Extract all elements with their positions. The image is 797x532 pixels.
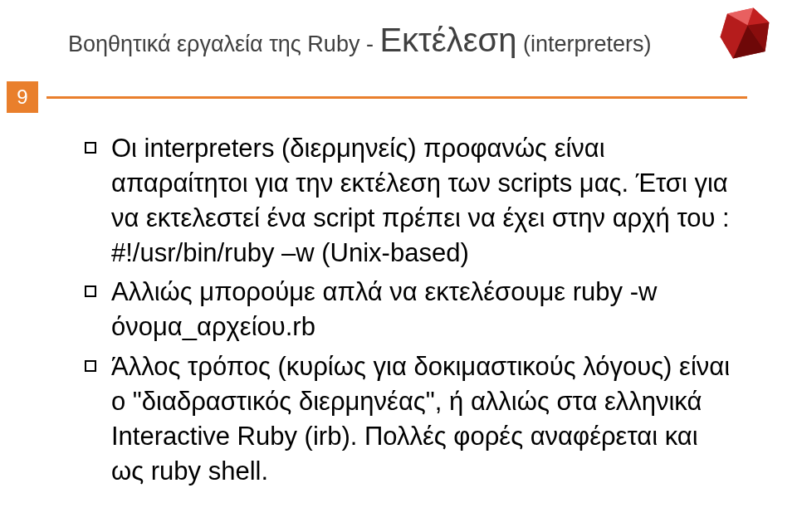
- body: Οι interpreters (διερμηνείς) προφανώς εί…: [85, 131, 737, 488]
- ruby-logo-icon: [716, 5, 774, 63]
- bullet-icon: [85, 360, 96, 372]
- list-item: Οι interpreters (διερμηνείς) προφανώς εί…: [85, 131, 737, 270]
- divider-line: [46, 96, 747, 99]
- list-item: Αλλιώς μπορούμε απλά να εκτελέσουμε ruby…: [85, 275, 737, 344]
- bullet-text: Αλλιώς μπορούμε απλά να εκτελέσουμε ruby…: [111, 275, 737, 344]
- divider-row: 9: [50, 81, 747, 113]
- slide-title: Βοηθητικά εργαλεία της Ruby - Εκτέλεση (…: [68, 20, 652, 60]
- title-suffix: (interpreters): [516, 32, 651, 56]
- bullet-icon: [85, 142, 96, 154]
- bullet-text: Άλλος τρόπος (κυρίως για δοκιμαστικούς λ…: [111, 349, 737, 488]
- title-prefix: Βοηθητικά εργαλεία της Ruby -: [68, 32, 379, 56]
- title-row: Βοηθητικά εργαλεία της Ruby - Εκτέλεση (…: [68, 20, 747, 60]
- list-item: Άλλος τρόπος (κυρίως για δοκιμαστικούς λ…: [85, 349, 737, 488]
- title-main: Εκτέλεση: [379, 22, 516, 58]
- page-number: 9: [17, 85, 27, 109]
- page-number-box: 9: [7, 81, 38, 113]
- slide: Βοηθητικά εργαλεία της Ruby - Εκτέλεση (…: [0, 0, 797, 532]
- bullet-icon: [85, 286, 96, 297]
- bullet-text: Οι interpreters (διερμηνείς) προφανώς εί…: [111, 131, 737, 270]
